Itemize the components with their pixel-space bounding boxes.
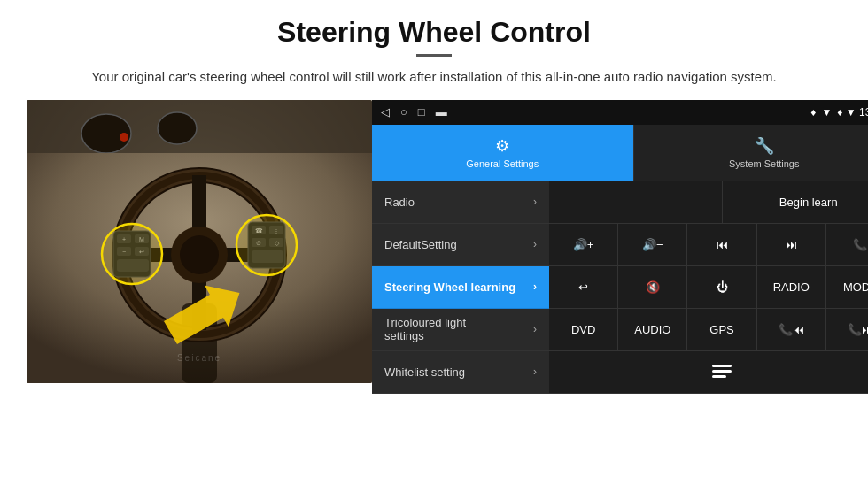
mode-label: MODE [843, 280, 868, 294]
tab-bar: ⚙ General Settings 🔧 System Settings [372, 125, 868, 181]
menu-item-tricoloured[interactable]: Tricoloured lightsettings › [372, 309, 549, 351]
gps-button[interactable]: GPS [687, 309, 756, 350]
vol-down-icon: 🔊− [642, 238, 663, 251]
menu-radio-chevron: › [533, 196, 537, 208]
right-panel: Begin learn 🔊+ 🔊− ⏮ [549, 181, 868, 394]
recents-icon[interactable]: □ [418, 105, 425, 119]
gps-label: GPS [709, 323, 733, 336]
control-row-1: 🔊+ 🔊− ⏮ ⏭ 📞 [549, 224, 868, 266]
signal-icon: ♦ [810, 106, 816, 119]
control-row-4 [549, 351, 868, 394]
begin-learn-button[interactable]: Begin learn [723, 181, 869, 223]
call-prev-icon: 📞⏮ [779, 323, 804, 336]
status-right: ♦ ▼ ♦ ▼ 13:13 [810, 106, 868, 119]
power-icon: ⏻ [717, 280, 728, 294]
menu-radio-label: Radio [384, 196, 415, 209]
svg-rect-39 [712, 365, 732, 367]
prev-track-icon: ⏮ [717, 238, 728, 251]
tab-general-label: General Settings [466, 158, 539, 169]
status-nav-icons: ◁ ○ □ ▬ [381, 105, 447, 119]
control-row-3: DVD AUDIO GPS 📞⏮ 📞⏭ [549, 309, 868, 351]
menu-item-radio[interactable]: Radio › [372, 181, 549, 224]
vol-down-button[interactable]: 🔊− [618, 224, 687, 265]
dvd-label: DVD [571, 323, 595, 336]
menu-tricoloured-chevron: › [533, 323, 537, 335]
svg-rect-0 [27, 100, 372, 153]
return-icon: ↩ [578, 280, 588, 294]
system-settings-icon: 🔧 [755, 136, 774, 156]
back-icon[interactable]: ◁ [381, 105, 390, 119]
page-wrapper: Steering Wheel Control Your original car… [0, 0, 868, 403]
svg-rect-41 [712, 375, 726, 378]
menu-icon[interactable]: ▬ [436, 105, 447, 119]
list-button[interactable] [549, 351, 868, 393]
audio-label: AUDIO [634, 323, 670, 336]
wifi-icon: ▼ [821, 106, 832, 119]
svg-point-3 [120, 133, 128, 142]
svg-point-2 [158, 112, 197, 144]
menu-steering-chevron: › [533, 280, 537, 293]
list-icon [712, 364, 732, 380]
menu-item-whitelist[interactable]: Whitelist setting › [372, 351, 549, 394]
tab-system-label: System Settings [729, 158, 799, 169]
menu-item-default-setting[interactable]: DefaultSetting › [372, 224, 549, 266]
time-display: ♦ ▼ 13:13 [837, 106, 868, 119]
subtitle: Your original car's steering wheel contr… [71, 67, 797, 88]
home-icon[interactable]: ○ [400, 105, 407, 119]
vol-up-button[interactable]: 🔊+ [549, 224, 618, 265]
call-button[interactable]: 📞 [826, 224, 868, 265]
menu-default-chevron: › [533, 238, 537, 250]
begin-learn-empty [549, 181, 723, 223]
mute-icon: 🔇 [646, 280, 660, 294]
mute-button[interactable]: 🔇 [618, 266, 687, 308]
tab-system-settings[interactable]: 🔧 System Settings [633, 125, 869, 181]
svg-point-36 [236, 215, 297, 275]
menu-whitelist-label: Whitelist setting [384, 365, 465, 379]
content-row: + M − ↩ ☎ ⋮ ⊙ ◇ [27, 100, 841, 394]
power-button[interactable]: ⏻ [687, 266, 756, 308]
svg-point-14 [180, 235, 219, 274]
left-menu: Radio › DefaultSetting › Steering Wheel … [372, 181, 549, 394]
next-track-button[interactable]: ⏭ [757, 224, 826, 265]
radio-button[interactable]: RADIO [757, 266, 826, 308]
call-next-button[interactable]: 📞⏭ [826, 309, 868, 350]
audio-button[interactable]: AUDIO [618, 309, 687, 350]
prev-track-button[interactable]: ⏮ [687, 224, 756, 265]
next-track-icon: ⏭ [786, 238, 797, 251]
radio-label: RADIO [773, 280, 810, 294]
dvd-button[interactable]: DVD [549, 309, 618, 350]
mode-button[interactable]: MODE [826, 266, 868, 308]
call-prev-button[interactable]: 📞⏮ [757, 309, 826, 350]
call-next-icon: 📞⏭ [848, 323, 868, 336]
menu-tricoloured-label: Tricoloured lightsettings [384, 316, 466, 342]
general-settings-icon: ⚙ [495, 136, 509, 156]
begin-learn-row: Begin learn [549, 181, 868, 224]
car-scene-svg: + M − ↩ ☎ ⋮ ⊙ ◇ [27, 100, 372, 383]
tab-general-settings[interactable]: ⚙ General Settings [372, 125, 633, 181]
vol-up-icon: 🔊+ [573, 238, 594, 251]
call-icon: 📞 [853, 238, 867, 251]
main-panel: Radio › DefaultSetting › Steering Wheel … [372, 181, 868, 394]
menu-steering-label: Steering Wheel learning [384, 280, 515, 294]
return-button[interactable]: ↩ [549, 266, 618, 308]
title-divider [416, 54, 452, 57]
menu-whitelist-chevron: › [533, 365, 537, 378]
control-row-2: ↩ 🔇 ⏻ RADIO MODE [549, 266, 868, 309]
svg-rect-40 [712, 370, 732, 373]
svg-text:Seicane: Seicane [177, 353, 221, 363]
svg-point-35 [102, 224, 162, 284]
dashboard-ui: ◁ ○ □ ▬ ♦ ▼ ♦ ▼ 13:13 ⚙ General Settings [372, 100, 868, 394]
car-image: + M − ↩ ☎ ⋮ ⊙ ◇ [27, 100, 372, 383]
status-bar: ◁ ○ □ ▬ ♦ ▼ ♦ ▼ 13:13 [372, 100, 868, 125]
menu-item-steering-wheel[interactable]: Steering Wheel learning › [372, 266, 549, 309]
menu-default-label: DefaultSetting [384, 238, 457, 251]
page-title: Steering Wheel Control [27, 16, 841, 49]
